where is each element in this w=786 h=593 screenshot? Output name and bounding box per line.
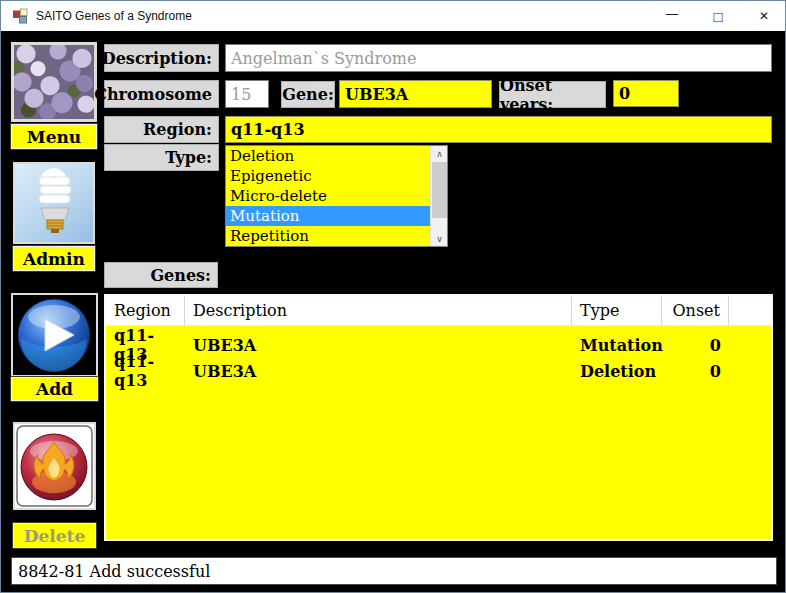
minimize-icon: — [666, 7, 678, 21]
listbox-item-epigenetic[interactable]: Epigenetic [226, 166, 430, 186]
column-header-filler [729, 296, 771, 325]
admin-button[interactable] [13, 162, 95, 244]
column-header-region[interactable]: Region [106, 296, 185, 325]
type-listbox[interactable]: Deletion Epigenetic Micro-delete Mutatio… [225, 145, 448, 247]
column-header-description[interactable]: Description [185, 296, 572, 325]
column-header-onset[interactable]: Onset [662, 296, 729, 325]
genes-listview: Region Description Type Onset q11-q13 UB… [104, 294, 773, 541]
status-bar: 8842-81 Add successful [11, 557, 777, 585]
description-label: Description: [104, 44, 219, 72]
add-button-label[interactable]: Add [11, 377, 98, 401]
flowers-photo-icon [14, 45, 94, 119]
app-window: SAITO Genes of a Syndrome — □ ✕ Menu [0, 0, 786, 593]
title-bar: SAITO Genes of a Syndrome — □ ✕ [1, 1, 786, 31]
description-input[interactable] [225, 44, 772, 72]
close-icon: ✕ [759, 9, 769, 23]
minimize-button[interactable]: — [649, 1, 695, 31]
onset-years-label: Onset years: [499, 81, 606, 108]
cell-region: q11-q13 [106, 352, 185, 390]
table-row[interactable]: q11-q13 UBE3A Mutation 0 [106, 326, 771, 352]
listbox-scrollbar[interactable]: ∧ ∨ [430, 146, 447, 246]
listview-header: Region Description Type Onset [106, 296, 771, 326]
scroll-up-icon[interactable]: ∧ [431, 146, 448, 161]
lightbulb-icon [15, 164, 93, 242]
cell-onset: 0 [662, 352, 729, 390]
delete-button[interactable] [13, 422, 96, 510]
gene-input[interactable] [339, 80, 492, 108]
genes-label: Genes: [104, 262, 218, 288]
client-area: Menu Admin [1, 31, 786, 593]
chromosome-input[interactable] [225, 80, 269, 108]
cell-description: UBE3A [185, 352, 572, 390]
onset-years-input[interactable] [613, 80, 679, 107]
cell-type: Deletion [572, 352, 662, 390]
add-button[interactable] [11, 293, 98, 377]
maximize-icon: □ [713, 8, 722, 25]
maximize-button[interactable]: □ [695, 1, 741, 31]
menu-button[interactable] [11, 42, 97, 122]
app-icon [12, 8, 28, 24]
type-label: Type: [104, 144, 219, 171]
listbox-item-deletion[interactable]: Deletion [226, 146, 430, 166]
listbox-item-repetition[interactable]: Repetition [226, 226, 430, 246]
listbox-item-micro-delete[interactable]: Micro-delete [226, 186, 430, 206]
delete-button-label[interactable]: Delete [13, 523, 96, 548]
table-row[interactable]: q11-q13 UBE3A Deletion 0 [106, 352, 771, 378]
region-label: Region: [104, 116, 219, 143]
menu-button-label[interactable]: Menu [11, 124, 97, 149]
gene-label: Gene: [281, 81, 335, 108]
close-button[interactable]: ✕ [741, 1, 786, 31]
flame-orb-icon [15, 424, 94, 508]
column-header-type[interactable]: Type [572, 296, 662, 325]
type-listbox-items: Deletion Epigenetic Micro-delete Mutatio… [226, 146, 430, 246]
scrollbar-thumb[interactable] [432, 162, 447, 218]
play-orb-icon [13, 295, 96, 375]
window-title: SAITO Genes of a Syndrome [36, 9, 649, 23]
region-input[interactable] [225, 116, 772, 143]
scroll-down-icon[interactable]: ∨ [431, 231, 448, 246]
listbox-item-mutation-selected[interactable]: Mutation [226, 206, 430, 226]
chromosome-label: Chromosome [104, 80, 219, 108]
admin-button-label[interactable]: Admin [13, 246, 95, 271]
